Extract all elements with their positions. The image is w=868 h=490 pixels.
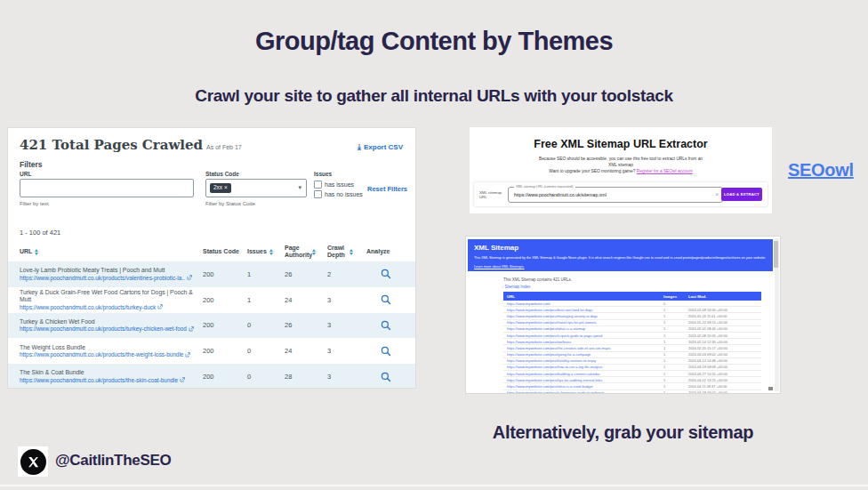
status-filter-helper: Filter by Status Code (205, 201, 255, 206)
seoowl-link[interactable]: SEOowl (788, 160, 854, 181)
magnifier-icon[interactable] (381, 294, 391, 305)
extractor-input-row: XML sitemap URL XML sitemap URL (comma s… (474, 182, 768, 206)
column-header-url[interactable]: URL (20, 248, 203, 255)
export-csv-button[interactable]: ⤓Export CSV (358, 142, 403, 152)
crawl-row-url-link[interactable]: https://www.poochandmutt.co.uk/products/… (20, 377, 197, 384)
load-extract-button[interactable]: LOAD & EXTRACT (721, 188, 762, 201)
crawl-row-url-link[interactable]: https://www.poochandmutt.co.uk/products/… (20, 275, 197, 282)
reset-filters-link[interactable]: Reset Filters (367, 185, 407, 193)
sitemap-row-lastmod: 2024-02-20 15:17 +00:00 (685, 346, 761, 350)
crawl-row-url-link[interactable]: https://www.poochandmutt.co.uk/products/… (20, 351, 197, 358)
pagination-label: 1 - 100 of 421 (20, 229, 60, 237)
crawl-row-status: 200 (203, 321, 247, 329)
sitemap-row: https://www.mywebsite.com/post/a-quick-g… (503, 333, 761, 339)
input-floating-label: XML sitemap URL (comma separated) (514, 186, 575, 189)
register-link[interactable]: Register for a SEOwl account (637, 169, 693, 173)
magnifier-icon[interactable] (381, 372, 391, 382)
sitemap-banner-description: This XML Sitemap is generated by the XML… (474, 256, 768, 261)
status-code-badge[interactable]: 2xx × (210, 183, 231, 193)
url-filter-label: URL (20, 171, 31, 177)
table-row: The Weight Loss Bundlehttps://www.poocha… (20, 338, 406, 364)
analyze-button[interactable] (366, 320, 406, 331)
crawl-row-title: The Weight Loss Bundle (20, 344, 197, 351)
crawl-row-url-link[interactable]: https://www.poochandmutt.co.uk/products/… (20, 325, 197, 333)
extractor-title: Free XML Sitemap URL Extractor (470, 138, 772, 150)
sitemap-row-url-link[interactable]: https://www.mywebsite.com/post/a-beginne… (503, 390, 660, 394)
has-issues-checkbox-row[interactable]: has issues (314, 181, 354, 189)
sitemap-col-url: URL (503, 294, 660, 299)
sort-icon[interactable] (269, 249, 273, 255)
scrollbar-track[interactable] (775, 238, 779, 391)
x-logo (18, 446, 48, 477)
sitemap-col-images: Images (660, 294, 685, 299)
column-header-authority[interactable]: Page Authority (285, 245, 327, 258)
sitemap-row-url-link[interactable]: https://www.mywebsite.com/post/travel-ti… (503, 320, 660, 325)
sitemap-row-url-link[interactable]: https://www.mywebsite.com/post/best-wet-… (503, 308, 660, 312)
status-code-select[interactable]: 2xx × ▾ (205, 179, 307, 197)
sitemap-row-lastmod: 2024-03-12 14:48 +00:00 (685, 358, 761, 363)
checkbox-icon[interactable] (314, 190, 322, 198)
table-row: Turkey & Duck Grain-Free Wet Food Carton… (20, 287, 406, 313)
sort-icon[interactable] (350, 249, 353, 255)
sitemap-row-url-link[interactable]: https://www.mywebsite.com/post/building-… (503, 372, 660, 376)
sitemap-row-url-link[interactable]: https://www.mywebsite.com/post/tips-for-… (503, 378, 660, 382)
sitemap-col-lastmod: Last Mod. (685, 294, 761, 299)
sitemap-row-images: 1 (660, 326, 685, 331)
sitemap-row-url-link[interactable]: https://www.mywebsite.com/post/what-is-a… (503, 326, 660, 331)
crawl-row-depth: 3 (327, 296, 366, 304)
sitemap-row-images: 1 (660, 346, 685, 350)
sitemap-row-lastmod: 2024-01-16 11:01 +00:00 (685, 314, 761, 318)
export-csv-label: Export CSV (364, 143, 403, 151)
checkbox-icon[interactable] (314, 181, 322, 189)
sitemap-row-url-link[interactable]: https://www.mywebsite.com/post/managing-… (503, 314, 660, 318)
sitemap-url-input[interactable]: XML sitemap URL (comma separated) https:… (508, 187, 723, 203)
hscroll-thumb[interactable] (768, 387, 773, 390)
sitemap-row-url-link[interactable]: https://www.mywebsite.com/post/healthy-r… (503, 358, 660, 363)
sitemap-row-url-link[interactable]: https://www.mywebsite.com/post/wellness (503, 340, 660, 344)
learn-more-link[interactable]: Learn more about XML Sitemaps. (474, 265, 525, 269)
column-header-issues[interactable]: Issues (247, 248, 285, 255)
analyze-button[interactable] (366, 269, 406, 279)
sitemap-row-lastmod: 2024-04-11 09:37 +00:00 (685, 384, 761, 389)
sitemap-row-url-link[interactable]: https://www.mywebsite.com/post/going-for… (503, 352, 660, 357)
extractor-line3-text: Want to upgrade your SEO monitoring game… (549, 169, 636, 173)
sitemap-row: https://www.mywebsite.com/post/the-creat… (503, 345, 761, 351)
has-no-issues-label: has no issues (325, 191, 363, 197)
sitemap-row: https://www.mywebsite.com/post/building-… (503, 371, 761, 377)
sort-icon[interactable] (312, 249, 316, 255)
crawl-row-authority: 26 (285, 321, 327, 329)
sitemap-row-url-link[interactable]: https://www.mywebsite.com/post/how-to-ru… (503, 365, 660, 369)
sort-icon[interactable] (35, 249, 38, 255)
column-header-analyze: Analyze (366, 248, 406, 255)
magnifier-icon[interactable] (381, 269, 391, 279)
sitemap-row-lastmod: 2024-03-19 08:09 +00:00 (685, 365, 761, 369)
column-header-depth[interactable]: Crawl Depth (327, 245, 366, 258)
magnifier-icon[interactable] (381, 320, 391, 331)
external-link-icon (189, 326, 194, 332)
crawl-row-url-link[interactable]: https://www.poochandmutt.co.uk/products/… (20, 304, 197, 311)
sitemap-row-url-link[interactable]: https://www.mywebsite.com/post/the-creat… (503, 346, 660, 350)
sitemap-row-url-link[interactable]: https://www.mywebsite.com/post/a-quick-g… (503, 333, 660, 338)
sitemap-row-url-link[interactable]: https://www.mywebsite.com/ (503, 301, 660, 306)
crawl-row-status: 200 (203, 347, 247, 355)
clear-icon[interactable]: × (715, 191, 719, 197)
sitemap-row: https://www.mywebsite.com/post/best-wet-… (503, 307, 761, 313)
has-no-issues-checkbox-row[interactable]: has no issues (314, 190, 363, 198)
analyze-button[interactable] (366, 346, 406, 357)
sitemap-row-images: 1 (660, 320, 685, 325)
url-filter-input[interactable] (20, 179, 194, 197)
magnifier-icon[interactable] (381, 346, 391, 357)
scrollbar-thumb[interactable] (774, 241, 778, 268)
crawl-row-issues: 0 (247, 373, 285, 381)
analyze-button[interactable] (366, 372, 406, 382)
crawl-table-body: Love-ly Lamb Probiotic Meaty Treats | Po… (8, 261, 416, 389)
sitemap-row-images: 1 (660, 365, 685, 369)
slide: Group/tag Content by Themes Crawl your s… (0, 0, 868, 490)
extractor-input-label: XML sitemap URL (479, 190, 504, 199)
sitemap-index-link[interactable]: ↑ Sitemap Index (502, 285, 530, 289)
crawl-row-status: 200 (203, 373, 247, 381)
subtitle: Crawl your site to gather all internal U… (0, 86, 868, 106)
crawl-row-depth: 3 (327, 373, 366, 381)
analyze-button[interactable] (366, 294, 406, 305)
sitemap-row-url-link[interactable]: https://www.mywebsite.com/post/what-is-a… (503, 384, 660, 389)
